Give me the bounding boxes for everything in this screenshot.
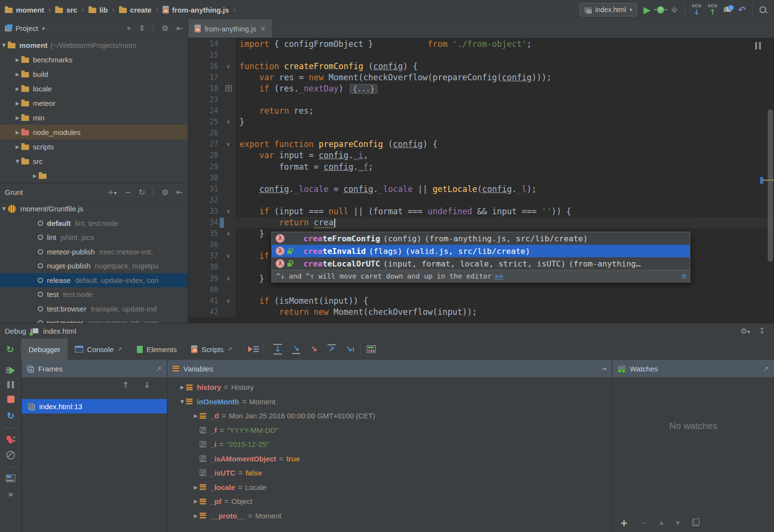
completion-item-createLocalOrUTC[interactable]: λcreateLocalOrUTC(input, format, locale,… (272, 257, 690, 270)
rollback-button[interactable]: ↶ (738, 4, 746, 15)
completion-item-createFromConfig[interactable]: λcreateFromConfig(config) (from-anything… (272, 232, 690, 245)
editor-line-40[interactable]: 40 (188, 284, 774, 295)
expand-icon[interactable]: ▼ (14, 159, 21, 164)
grunt-task-meteor-publish[interactable]: meteor-publishexec:meteor-init, (0, 245, 188, 259)
mute-breakpoints-button[interactable] (6, 451, 15, 459)
coverage-button[interactable]: ❖ (670, 5, 678, 15)
completion-hint-link[interactable]: >> (495, 272, 503, 280)
view-breakpoints-button[interactable] (6, 436, 15, 443)
copy-icon[interactable] (692, 519, 698, 526)
locate-file-button[interactable]: ⌖ (127, 24, 131, 33)
tab-console[interactable]: Console↗ (68, 339, 130, 360)
fold-open-icon[interactable]: ∨ (226, 297, 231, 304)
expand-icon[interactable]: ▶ (14, 115, 21, 120)
hide-panel-button[interactable]: ⇤ (177, 188, 183, 197)
refresh-tasks-button[interactable]: ↻ (139, 188, 145, 197)
scroll-end-icon[interactable]: ⇥ (601, 365, 607, 372)
grunt-root-row[interactable]: ▼moment/Gruntfile.js (0, 202, 188, 216)
expand-icon[interactable]: ▶ (14, 130, 21, 135)
expand-icon[interactable]: ▶ (14, 72, 21, 77)
expand-icon[interactable]: ▶ (192, 485, 200, 490)
grunt-task-lint[interactable]: lintjshint, jscs (0, 230, 188, 245)
force-step-into-button[interactable]: ↘ (311, 345, 317, 353)
variable-row-_isUTC[interactable]: 1001_isUTC=false (167, 466, 612, 480)
vcs-update-button[interactable]: VCS ↓ (692, 4, 701, 16)
chevron-down-icon[interactable]: ▾ (42, 25, 45, 32)
fold-open-icon[interactable]: ∨ (226, 141, 231, 148)
vcs-commit-button[interactable]: VCS ↑ (708, 4, 717, 16)
stop-button[interactable] (7, 396, 15, 403)
tab-scripts[interactable]: Scripts↗ (184, 339, 239, 360)
evaluate-expression-button[interactable] (367, 345, 376, 353)
breadcrumb-item[interactable]: lib (89, 6, 108, 14)
editor-line-33[interactable]: 33∨ if (input === null || (format === un… (188, 206, 774, 217)
tree-row-moment[interactable]: ▼moment(~/WebstormProjects/mom (0, 38, 188, 52)
editor-line-15[interactable]: 15 (188, 49, 774, 60)
debug-button[interactable] (657, 6, 664, 14)
step-out-button[interactable]: ↗ (327, 344, 336, 354)
editor-line-29[interactable]: 29 format = config._f; (188, 161, 774, 172)
fold-open-icon[interactable]: ∨ (226, 208, 231, 215)
resume-button[interactable] (6, 367, 15, 374)
fold-expand-icon[interactable]: + (225, 85, 232, 91)
gear-icon[interactable]: ⚙ (162, 188, 168, 197)
pause-button[interactable] (7, 381, 14, 388)
completion-item-createInvalid[interactable]: λcreateInvalid(flags) (valid.js, src/lib… (272, 245, 690, 257)
hide-panel-button[interactable]: ⇤ (177, 24, 183, 33)
variable-row-_isAMomentObject[interactable]: 1001_isAMomentObject=true (167, 452, 612, 466)
editor-line-30[interactable]: 30 (188, 172, 774, 183)
variable-row-__proto__[interactable]: ▶__proto__=Moment (167, 509, 612, 523)
code-editor[interactable]: 14import { configFromObject } from './fr… (188, 38, 774, 323)
tree-row-meteor[interactable]: ▶meteor (0, 96, 188, 110)
expand-icon[interactable]: ▶ (14, 57, 21, 62)
expand-icon[interactable]: ▶ (192, 513, 200, 518)
editor-line-14[interactable]: 14import { configFromObject } from './fr… (188, 38, 774, 49)
editor-line-31[interactable]: 31 config._locale = config._locale || ge… (188, 183, 774, 194)
variable-row-_i[interactable]: 1001_i="2015-12-25" (167, 437, 612, 452)
add-task-button[interactable]: +▾ (107, 188, 117, 197)
tab-elements[interactable]: Elements (130, 339, 184, 360)
breadcrumb-item[interactable]: create (119, 6, 151, 14)
fold-close-icon[interactable]: ∧ (226, 275, 231, 282)
editor-line-32[interactable]: 32 (188, 194, 774, 206)
editor-line-27[interactable]: 27∨export function prepareConfig (config… (188, 139, 774, 150)
expand-icon[interactable]: ▶ (14, 144, 21, 149)
editor-line-23[interactable]: 23 (188, 94, 774, 105)
recent-changes-button[interactable] (724, 6, 732, 13)
editor-line-26[interactable]: 26 (188, 128, 774, 139)
breadcrumb-item[interactable]: src (55, 6, 77, 14)
tree-row-src[interactable]: ▼src (0, 154, 188, 168)
expand-icon[interactable]: ▼ (0, 206, 8, 211)
editor-line-24[interactable]: 24 return res; (188, 105, 774, 117)
expand-icon[interactable]: ▶ (14, 86, 21, 91)
tree-row-node_modules[interactable]: ▶node_modules (0, 125, 188, 139)
external-window-icon[interactable]: ↗ (156, 365, 162, 372)
tab-debugger[interactable]: Debugger (21, 339, 68, 360)
variable-row-_locale[interactable]: ▶_locale=Locale (167, 480, 612, 495)
grunt-task-default[interactable]: defaultlint, test:node (0, 216, 188, 231)
variable-row-inOneMonth[interactable]: ▼inOneMonth=Moment (167, 395, 612, 409)
fold-open-icon[interactable]: ∨ (226, 252, 231, 259)
expand-icon[interactable]: ▶ (178, 384, 186, 390)
fold-open-icon[interactable]: ∨ (226, 63, 231, 70)
move-watch-down-button[interactable]: ▼ (676, 520, 680, 526)
expand-icon[interactable]: ▶ (192, 499, 200, 504)
expand-icon[interactable]: ▶ (192, 413, 200, 418)
fold-close-icon[interactable]: ∧ (226, 230, 231, 237)
folded-region-chip[interactable]: {...} (350, 84, 377, 94)
tree-row-benchmarks[interactable]: ▶benchmarks (0, 52, 188, 67)
show-execution-point-button[interactable] (248, 345, 259, 353)
close-icon[interactable]: × (260, 25, 266, 32)
run-configuration-select[interactable]: index.html ▾ (580, 3, 637, 16)
editor-line-34[interactable]: 34 return crea (188, 217, 774, 228)
editor-tab[interactable]: from-anything.js × (188, 19, 272, 38)
external-window-icon[interactable]: ↗ (763, 365, 769, 372)
grunt-task-nuget-publish[interactable]: nuget-publishnugetpack, nugetpu (0, 259, 188, 273)
rerun-button[interactable]: ↻ (6, 344, 14, 355)
tree-row-build[interactable]: ▶build (0, 67, 188, 81)
tree-row-locale[interactable]: ▶locale (0, 81, 188, 96)
previous-frame-button[interactable]: ↑ (122, 380, 129, 390)
run-button[interactable]: ▶ (643, 5, 651, 15)
editor-line-18[interactable]: 18+ if (res._nextDay) {...} (188, 83, 774, 94)
editor-line-16[interactable]: 16∨function createFromConfig (config) { (188, 60, 774, 72)
